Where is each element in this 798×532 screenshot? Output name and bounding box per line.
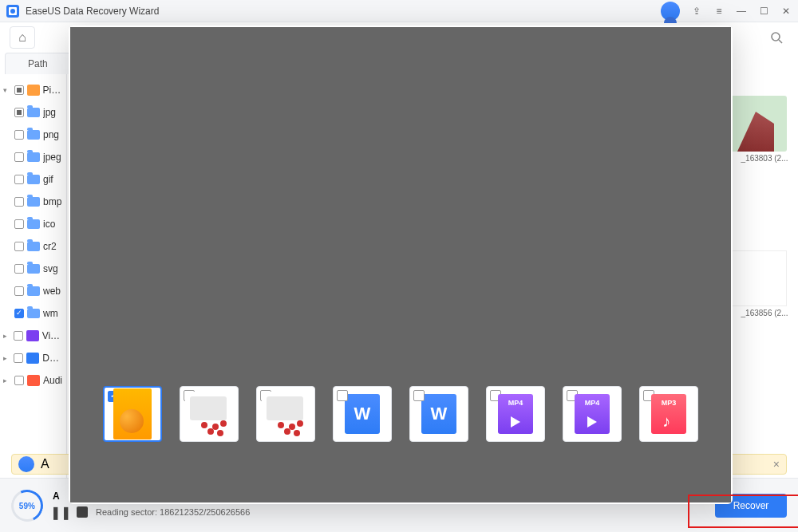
file-type-icon: [113, 388, 152, 439]
file-type-icon: MP4: [575, 394, 610, 434]
file-type-icon: W: [421, 394, 456, 434]
thumbnail-checkbox[interactable]: [413, 390, 425, 401]
file-type-icon: [185, 392, 233, 436]
preview-dialog: Preview IMG_3439 (2023_12_21 06_39_47 UT…: [69, 26, 733, 504]
thumbnail-checkbox[interactable]: [337, 390, 348, 401]
file-type-icon: MP4: [498, 394, 533, 434]
file-type-icon: W: [345, 394, 380, 434]
file-type-icon: MP3: [651, 394, 686, 434]
file-type-icon: [262, 392, 310, 436]
